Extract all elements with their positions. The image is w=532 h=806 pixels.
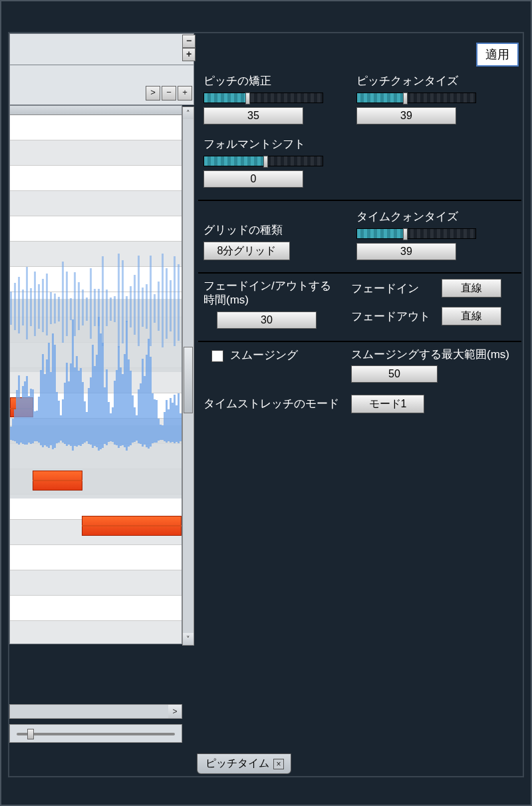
fade-time-param: フェードイン/アウトする時間(ms) 30 [203,279,336,329]
vertical-scrollbar[interactable]: ˄ ˅ [182,106,194,646]
tab-label: ピッチタイム [205,757,269,771]
time-quantize-param: タイムクォンタイズ 39 [356,209,489,260]
smoothing-check-wrap: スムージング [203,347,336,383]
timestretch-mode-button[interactable]: モード1 [351,395,424,413]
time-quantize-slider[interactable] [356,228,476,239]
app-window: − + > − + [0,0,532,806]
fade-in-button[interactable]: 直線 [442,279,501,298]
editor-toolbar: > − + [9,65,194,105]
chevron-right-icon[interactable]: > [146,86,160,101]
fade-out-label: フェードアウト [351,309,431,324]
pitch-quantize-slider[interactable] [356,93,476,103]
chevron-up-icon[interactable]: ˄ [183,107,194,119]
zoom-slider[interactable] [9,724,182,743]
time-quantize-label: タイムクォンタイズ [356,209,489,224]
minus-icon[interactable]: − [162,86,176,101]
zoom-in-icon[interactable]: + [182,48,196,61]
waveform-editor: − + > − + [9,33,194,752]
pitch-correction-param: ピッチの矯正 35 [203,73,336,124]
smoothing-range-label: スムージングする最大範囲(ms) [351,347,516,361]
tab-pitch-time[interactable]: ピッチタイム × [197,753,291,774]
formant-shift-param: フォルマントシフト 0 [203,136,336,188]
pitch-quantize-value[interactable]: 39 [356,107,456,124]
pitch-correction-slider[interactable] [203,93,323,103]
horizontal-scrollbar[interactable]: > [9,704,182,719]
smoothing-checkbox[interactable] [211,350,223,362]
scrollbar-thumb[interactable] [184,347,193,413]
smoothing-label: スムージング [230,349,298,361]
chevron-down-icon[interactable]: ˅ [183,633,194,645]
pitch-quantize-label: ピッチクォンタイズ [356,73,489,89]
tab-bar: ピッチタイム × [197,753,291,774]
pitch-correction-value[interactable]: 35 [203,107,303,124]
formant-shift-label: フォルマントシフト [203,136,336,152]
fade-time-value[interactable]: 30 [217,311,317,329]
zoom-out-icon[interactable]: − [182,35,196,48]
smoothing-range-value[interactable]: 50 [351,365,438,383]
fade-out-button[interactable]: 直線 [442,307,501,325]
piano-roll-canvas[interactable]: // will be generated below [9,105,182,644]
timestretch-mode-label: タイムストレッチのモード [203,396,339,411]
time-ruler [10,106,182,115]
time-quantize-value[interactable]: 39 [356,243,456,260]
formant-shift-slider[interactable] [203,156,323,166]
apply-button[interactable]: 適用 [476,43,519,67]
smoothing-range-param: スムージングする最大範囲(ms) 50 [351,347,516,383]
pitch-correction-label: ピッチの矯正 [203,73,336,89]
grid-type-button[interactable]: 8分グリッド [203,242,290,260]
formant-shift-value[interactable]: 0 [203,170,303,188]
ruler-strip: − + [9,33,194,65]
grid-type-param: グリッドの種類 8分グリッド [203,206,336,260]
grid-type-label: グリッドの種類 [203,222,336,238]
plus-icon[interactable]: + [178,86,192,101]
parameters-panel: 適用 ピッチの矯正 35 ピッチクォンタイズ [197,39,523,778]
chevron-right-icon[interactable]: > [168,705,182,718]
fade-in-label: フェードイン [351,281,431,296]
close-icon[interactable]: × [273,759,284,769]
fade-time-label: フェードイン/アウトする時間(ms) [203,279,336,307]
pitch-quantize-param: ピッチクォンタイズ 39 [356,73,489,124]
